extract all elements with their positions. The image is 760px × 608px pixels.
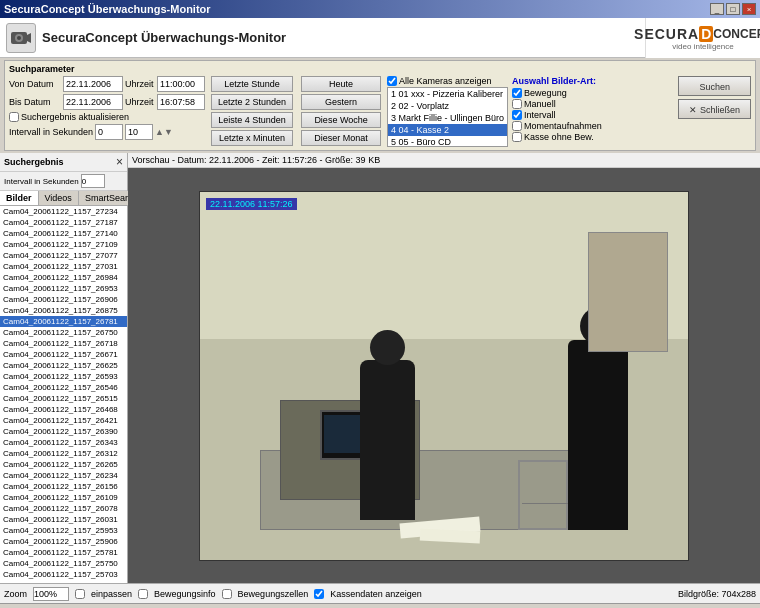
- window-controls[interactable]: _ □ ×: [710, 3, 756, 15]
- auswahl-label-1: Manuell: [524, 99, 556, 109]
- file-item[interactable]: Cam04_20061122_1157_25906: [0, 536, 127, 547]
- suchen-button[interactable]: Suchen: [678, 76, 751, 96]
- file-item[interactable]: Cam04_20061122_1157_25953: [0, 525, 127, 536]
- kassendaten-checkbox[interactable]: [314, 589, 324, 599]
- bewegungsinfo-checkbox[interactable]: [138, 589, 148, 599]
- minimize-button[interactable]: _: [710, 3, 724, 15]
- file-item[interactable]: Cam04_20061122_1157_25750: [0, 558, 127, 569]
- file-item[interactable]: Cam04_20061122_1157_27187: [0, 217, 127, 228]
- auswahl-section: Auswahl Bilder-Art: BewegungManuellInter…: [512, 76, 602, 143]
- suchen-label: Suchen: [699, 82, 730, 92]
- file-item[interactable]: Cam04_20061122_1157_26625: [0, 360, 127, 371]
- tab-videos[interactable]: Videos: [39, 191, 79, 205]
- person-2-body: [568, 340, 628, 530]
- zoom-input[interactable]: [33, 587, 69, 601]
- auswahl-checkbox-4[interactable]: [512, 132, 522, 142]
- action-buttons-left: Letzte Stunde Letzte 2 Stunden Leiste 4 …: [211, 76, 293, 146]
- file-item[interactable]: Cam04_20061122_1157_26953: [0, 283, 127, 294]
- dieser-monat-button[interactable]: Dieser Monat: [301, 130, 381, 146]
- suchergebnis-checkbox[interactable]: [9, 112, 19, 122]
- camera-list[interactable]: 1 01 xxx - Pizzeria Kaliberer2 02 - Vorp…: [387, 87, 508, 147]
- file-item[interactable]: Cam04_20061122_1157_26718: [0, 338, 127, 349]
- file-item[interactable]: Cam04_20061122_1157_26421: [0, 415, 127, 426]
- letzte-2-stunden-button[interactable]: Letzte 2 Stunden: [211, 94, 293, 110]
- einpassen-checkbox[interactable]: [75, 589, 85, 599]
- file-item[interactable]: Cam04_20061122_1157_25703: [0, 569, 127, 580]
- file-item[interactable]: Cam04_20061122_1157_26984: [0, 272, 127, 283]
- heute-button[interactable]: Heute: [301, 76, 381, 92]
- file-item[interactable]: Cam04_20061122_1157_26515: [0, 393, 127, 404]
- camera-item-2[interactable]: 3 Markt Fillie - Ullingen Büro: [388, 112, 507, 124]
- file-item[interactable]: Cam04_20061122_1157_26781: [0, 316, 127, 327]
- bis-uhrzeit-input[interactable]: [157, 94, 205, 110]
- bis-datum-input[interactable]: [63, 94, 123, 110]
- file-item[interactable]: Cam04_20061122_1157_27077: [0, 250, 127, 261]
- num-input[interactable]: [125, 124, 153, 140]
- auswahl-label-0: Bewegung: [524, 88, 567, 98]
- schliessen-button[interactable]: ✕ Schließen: [678, 99, 751, 119]
- bottom-toolbar: Zoom einpassen Bewegungsinfo Bewegungsze…: [0, 583, 760, 603]
- auswahl-checkbox-0[interactable]: [512, 88, 522, 98]
- letzte-x-minuten-button[interactable]: Letzte x Minuten: [211, 130, 293, 146]
- file-item[interactable]: Cam04_20061122_1157_26671: [0, 349, 127, 360]
- file-item[interactable]: Cam04_20061122_1157_27031: [0, 261, 127, 272]
- camera-section: Alle Kameras anzeigen 1 01 xxx - Pizzeri…: [387, 76, 508, 147]
- zoom-label: Zoom: [4, 589, 27, 599]
- file-item[interactable]: Cam04_20061122_1157_26390: [0, 426, 127, 437]
- file-item[interactable]: Cam04_20061122_1157_26875: [0, 305, 127, 316]
- close-window-button[interactable]: ×: [742, 3, 756, 15]
- interval-panel-input[interactable]: [81, 174, 105, 188]
- tab-bilder[interactable]: Bilder: [0, 191, 39, 205]
- camera-item-0[interactable]: 1 01 xxx - Pizzeria Kaliberer: [388, 88, 507, 100]
- file-item[interactable]: Cam04_20061122_1157_26468: [0, 404, 127, 415]
- auswahl-label-4: Kasse ohne Bew.: [524, 132, 594, 142]
- file-item[interactable]: Cam04_20061122_1157_27140: [0, 228, 127, 239]
- file-item[interactable]: Cam04_20061122_1157_26265: [0, 459, 127, 470]
- von-datum-input[interactable]: [63, 76, 123, 92]
- concept-label: CONCEPT: [713, 27, 760, 41]
- schliessen-label: ✕ Schließen: [689, 105, 740, 115]
- file-item[interactable]: Cam04_20061122_1157_26234: [0, 470, 127, 481]
- file-item[interactable]: Cam04_20061122_1157_26546: [0, 382, 127, 393]
- alle-kameras-checkbox[interactable]: [387, 76, 397, 86]
- camera-item-3[interactable]: 4 04 - Kasse 2: [388, 124, 507, 136]
- file-item[interactable]: Cam04_20061122_1157_26078: [0, 503, 127, 514]
- file-item[interactable]: Cam04_20061122_1157_26593: [0, 371, 127, 382]
- diese-woche-button[interactable]: Diese Woche: [301, 112, 381, 128]
- file-item[interactable]: Cam04_20061122_1157_26343: [0, 437, 127, 448]
- image-panel: Vorschau - Datum: 22.11.2006 - Zeit: 11:…: [128, 153, 760, 583]
- auswahl-checkbox-3[interactable]: [512, 121, 522, 131]
- auswahl-title: Auswahl Bilder-Art:: [512, 76, 602, 86]
- kassendaten-label: Kassendaten anzeigen: [330, 589, 422, 599]
- close-panel-button[interactable]: ×: [116, 155, 123, 169]
- auswahl-checkbox-2[interactable]: [512, 110, 522, 120]
- bewegungsinfo-label: Bewegungsinfo: [154, 589, 216, 599]
- suchergebnis-title: Suchergebnis: [4, 157, 64, 167]
- file-item[interactable]: Cam04_20061122_1157_25781: [0, 547, 127, 558]
- svg-point-2: [17, 36, 21, 40]
- gestern-button[interactable]: Gestern: [301, 94, 381, 110]
- bewegungszellen-checkbox[interactable]: [222, 589, 232, 599]
- suchergebnis-label: Suchergebnis aktualisieren: [21, 112, 129, 122]
- file-item[interactable]: Cam04_20061122_1157_26750: [0, 327, 127, 338]
- von-datum-label: Von Datum: [9, 79, 61, 89]
- tabs-row: BilderVideosSmartSearchEinstellungen: [0, 191, 127, 206]
- file-list[interactable]: Cam04_20061122_1157_27234Cam04_20061122_…: [0, 206, 127, 583]
- file-item[interactable]: Cam04_20061122_1157_26109: [0, 492, 127, 503]
- file-item[interactable]: Cam04_20061122_1157_27234: [0, 206, 127, 217]
- file-item[interactable]: Cam04_20061122_1157_26312: [0, 448, 127, 459]
- file-item[interactable]: Cam04_20061122_1157_26906: [0, 294, 127, 305]
- file-item[interactable]: Cam04_20061122_1157_26031: [0, 514, 127, 525]
- camera-item-4[interactable]: 5 05 - Büro CD: [388, 136, 507, 147]
- maximize-button[interactable]: □: [726, 3, 740, 15]
- file-item[interactable]: Cam04_20061122_1157_26156: [0, 481, 127, 492]
- letzte-4-stunden-button[interactable]: Leiste 4 Stunden: [211, 112, 293, 128]
- von-uhrzeit-input[interactable]: [157, 76, 205, 92]
- letzte-stunde-button[interactable]: Letzte Stunde: [211, 76, 293, 92]
- interval-input[interactable]: [95, 124, 123, 140]
- file-item[interactable]: Cam04_20061122_1157_27109: [0, 239, 127, 250]
- camera-item-1[interactable]: 2 02 - Vorplatz: [388, 100, 507, 112]
- timestamp-overlay: 22.11.2006 11:57:26: [206, 198, 297, 210]
- auswahl-checkbox-1[interactable]: [512, 99, 522, 109]
- auswahl-item-1: Manuell: [512, 99, 602, 109]
